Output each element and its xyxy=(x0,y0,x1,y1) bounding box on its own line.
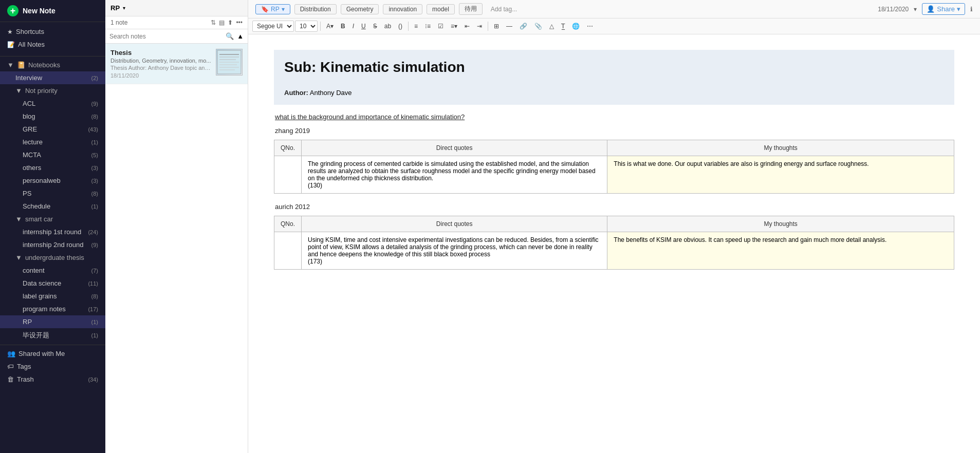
notebooks-label: Notebooks xyxy=(28,61,60,69)
info-icon[interactable]: ℹ xyxy=(970,6,973,13)
new-note-button[interactable]: + New Note xyxy=(0,0,105,22)
add-tag-button[interactable]: Add tag... xyxy=(487,5,521,14)
date-dropdown-icon[interactable]: ▾ xyxy=(914,6,917,13)
sidebar-item-trash[interactable]: 🗑 Trash (34) xyxy=(0,373,105,386)
note-card-content: Thesis Distribution, Geometry, innovatio… xyxy=(110,49,212,79)
note-list-header: RP ▾ xyxy=(105,0,248,16)
star-icon: ★ xyxy=(7,28,13,35)
sidebar-item-datascience[interactable]: Data science (11) xyxy=(0,277,105,290)
search-icon[interactable]: 🔍 xyxy=(226,32,234,40)
collapse-icon[interactable]: ▲ xyxy=(237,32,244,40)
main-panel: 🔖 RP ▾ Distribution Geometry innovation … xyxy=(248,0,980,453)
toolbar-align-button[interactable]: ≡▾ xyxy=(448,21,460,31)
tag-geometry[interactable]: Geometry xyxy=(341,4,379,14)
chevron-down-icon2: ▼ xyxy=(15,87,22,95)
sidebar-item-RP[interactable]: RP (1) xyxy=(0,315,105,328)
sidebar-item-undergrduate[interactable]: ▼ undergrduate thesis xyxy=(0,251,105,264)
sidebar-item-content[interactable]: content (7) xyxy=(0,264,105,277)
sidebar-item-personalweb[interactable]: personalweb (3) xyxy=(0,174,105,187)
new-note-label: New Note xyxy=(23,7,56,15)
toolbar-font-color-button[interactable]: A▾ xyxy=(323,21,337,31)
tag-model[interactable]: model xyxy=(427,4,455,14)
sidebar-item-shared[interactable]: 👥 Shared with Me xyxy=(0,347,105,360)
search-input[interactable] xyxy=(109,33,223,40)
sidebar-notebooks-header[interactable]: ▼ 📔 Notebooks xyxy=(0,59,105,71)
rp-count: (1) xyxy=(91,319,98,325)
tag-innovation[interactable]: innovation xyxy=(383,4,422,14)
sidebar-item-interview[interactable]: Interview (2) xyxy=(0,71,105,84)
author-name: Anthony Dave xyxy=(310,89,352,97)
labelgrains-label: label grains xyxy=(23,292,57,300)
share-button[interactable]: 👤 Share ▾ xyxy=(922,3,965,15)
tag-distribution[interactable]: Distribution xyxy=(294,4,337,14)
table2-header-quotes: Direct quotes xyxy=(302,216,607,232)
toolbar-underline-button[interactable]: U xyxy=(358,21,369,31)
toolbar-outdent-button[interactable]: ⇤ xyxy=(461,21,473,31)
personalweb-count: (3) xyxy=(91,178,98,184)
font-size-select[interactable]: 10 xyxy=(295,21,318,32)
sidebar-item-Schedule[interactable]: Schedule (1) xyxy=(0,200,105,213)
toolbar-indent-button[interactable]: ⇥ xyxy=(474,21,485,31)
toolbar-attachment-button[interactable]: 📎 xyxy=(531,21,545,31)
datascience-label: Data science xyxy=(23,279,61,287)
sidebar-item-blog[interactable]: blog (8) xyxy=(0,110,105,123)
sidebar-item-shortcuts[interactable]: ★ Shortcuts xyxy=(0,25,105,38)
toolbar-more-button[interactable]: ⋯ xyxy=(584,21,596,31)
notebook-dropdown-icon[interactable]: ▾ xyxy=(123,5,125,11)
sidebar-item-bishe[interactable]: 毕设开题 (1) xyxy=(0,328,105,343)
sidebar-item-MCTA[interactable]: MCTA (5) xyxy=(0,148,105,161)
sidebar-item-tags[interactable]: 🏷 Tags xyxy=(0,360,105,373)
note-card[interactable]: Thesis Distribution, Geometry, innovatio… xyxy=(105,44,248,84)
shared-label: Shared with Me xyxy=(19,350,65,357)
note-main-title: Sub: Kinematic simulation xyxy=(274,50,954,85)
sidebar-item-internship2[interactable]: internship 2nd round (9) xyxy=(0,238,105,251)
toolbar-table-button[interactable]: ⊞ xyxy=(491,21,502,31)
mcta-count: (5) xyxy=(91,152,98,158)
internship1-count: (24) xyxy=(88,229,98,235)
more-icon[interactable]: ••• xyxy=(236,19,243,26)
export-icon[interactable]: ⬆ xyxy=(228,19,233,26)
toolbar-link-button[interactable]: 🔗 xyxy=(516,21,530,31)
toolbar-web-button[interactable]: 🌐 xyxy=(569,21,583,31)
sidebar-item-all-notes[interactable]: 📝 All Notes xyxy=(0,38,105,51)
toolbar-image-button[interactable]: △ xyxy=(546,21,557,31)
toolbar-code-button[interactable]: () xyxy=(395,21,405,31)
toolbar-highlight-button[interactable]: ab xyxy=(381,21,394,31)
note-content: Sub: Kinematic simulation Author: Anthon… xyxy=(248,34,980,453)
toolbar-italic-button[interactable]: I xyxy=(349,21,357,31)
sidebar-item-labelgrains[interactable]: label grains (8) xyxy=(0,290,105,303)
datascience-count: (11) xyxy=(88,280,98,287)
toolbar-sep1 xyxy=(320,22,321,31)
toolbar-checkbox-button[interactable]: ☑ xyxy=(435,21,447,31)
view-icon[interactable]: ▤ xyxy=(219,19,225,26)
sidebar-item-not-priority[interactable]: ▼ Not priority xyxy=(0,84,105,97)
tag-RP[interactable]: 🔖 RP ▾ xyxy=(255,4,290,14)
toolbar-bold-button[interactable]: B xyxy=(338,21,348,31)
sidebar-item-ACL[interactable]: ACL (9) xyxy=(0,97,105,110)
acl-count: (9) xyxy=(91,101,98,107)
note-table1: QNo. Direct quotes My thoughts The grind… xyxy=(274,140,954,194)
sort-icon[interactable]: ⇅ xyxy=(211,19,216,26)
font-family-select[interactable]: Segoe UI xyxy=(252,21,294,32)
chevron-down-icon3: ▼ xyxy=(15,254,22,261)
blog-count: (8) xyxy=(91,114,98,120)
sidebar-item-GRE[interactable]: GRE (43) xyxy=(0,123,105,136)
gre-count: (43) xyxy=(88,126,98,133)
sidebar-item-internship1[interactable]: internship 1st round (24) xyxy=(0,225,105,238)
toolbar-unordered-list-button[interactable]: ≡ xyxy=(411,21,421,31)
toolbar-strikethrough-button[interactable]: S̶ xyxy=(370,21,380,31)
toolbar-pdf-button[interactable]: T̲ xyxy=(558,21,568,31)
sidebar-item-others[interactable]: others (3) xyxy=(0,161,105,174)
sidebar-item-PS[interactable]: PS (8) xyxy=(0,187,105,200)
table1-header-qno: QNo. xyxy=(274,140,302,156)
sidebar-item-programnotes[interactable]: program notes (17) xyxy=(0,303,105,315)
note-author-bar: Author: Anthony Dave xyxy=(274,85,954,105)
tag-daiyong[interactable]: 待用 xyxy=(459,3,483,15)
sidebar-item-lecture[interactable]: lecture (1) xyxy=(0,136,105,148)
search-bar: 🔍 ▲ xyxy=(105,29,248,44)
sidebar-item-smart-car[interactable]: ▼ smart car xyxy=(0,213,105,225)
table1-row1-thoughts: This is what we done. Our ouput variable… xyxy=(607,156,954,194)
toolbar-ordered-list-button[interactable]: ⁝≡ xyxy=(422,21,434,31)
toolbar-hr-button[interactable]: — xyxy=(503,21,515,31)
tag-daiyong-label: 待用 xyxy=(465,5,477,13)
